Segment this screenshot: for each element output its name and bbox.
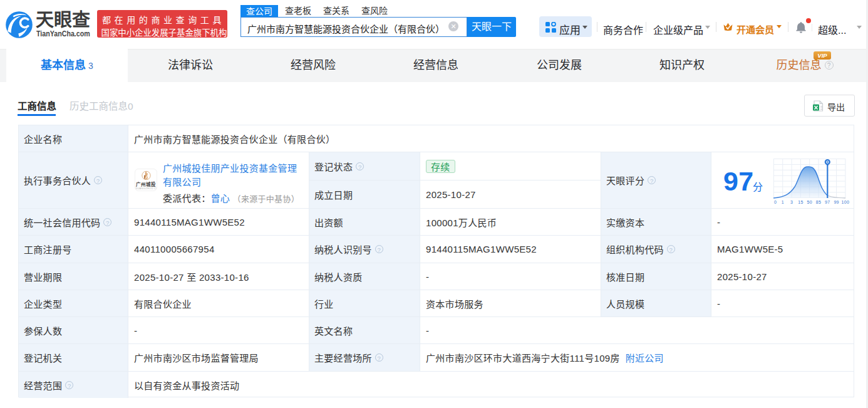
svg-text:50: 50 [807, 200, 812, 204]
svg-text:99: 99 [834, 200, 839, 204]
svg-text:97: 97 [825, 200, 830, 204]
svg-text:15: 15 [798, 200, 803, 204]
svg-text:0: 0 [774, 200, 777, 204]
svg-text:100: 100 [842, 200, 850, 204]
svg-text:1: 1 [782, 200, 784, 204]
svg-text:3: 3 [790, 200, 793, 204]
svg-text:85: 85 [816, 200, 821, 204]
